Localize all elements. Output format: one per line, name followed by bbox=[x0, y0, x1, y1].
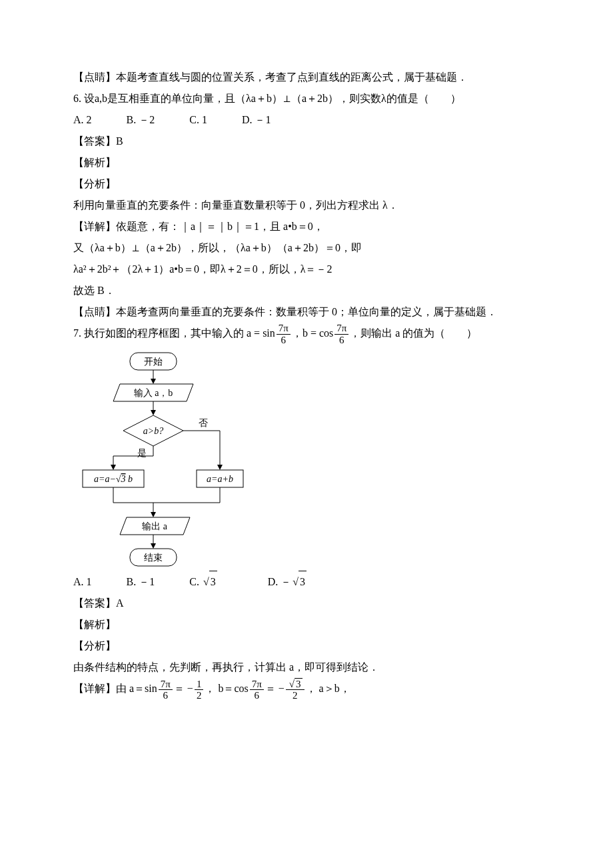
svg-text:开始: 开始 bbox=[144, 357, 163, 367]
q6-fenxi-label: 【分析】 bbox=[73, 173, 540, 195]
svg-marker-18 bbox=[111, 465, 116, 470]
q6-options: A. 2 B. －2 C. 1 D. －1 bbox=[73, 109, 540, 131]
svg-text:输出 a: 输出 a bbox=[142, 521, 168, 531]
q7-fenxi-body: 由条件结构的特点，先判断，再执行，计算出 a，即可得到结论． bbox=[73, 657, 540, 678]
svg-text:输入 a，b: 输入 a，b bbox=[134, 388, 173, 398]
fraction-1-2: 12 bbox=[195, 679, 204, 701]
flowchart-diagram: 开始 输入 a，b a>b? 否 是 a=a−√3 b bbox=[73, 349, 247, 569]
q6-fenxi-body: 利用向量垂直的充要条件：向量垂直数量积等于 0，列出方程求出 λ． bbox=[73, 195, 540, 216]
q6-detail-a: 【详解】依题意，有：｜a｜＝｜b｜＝1，且 a•b＝0， bbox=[73, 216, 540, 237]
sqrt-icon: 3 bbox=[288, 679, 303, 690]
svg-text:a>b?: a>b? bbox=[143, 426, 163, 436]
svg-text:结束: 结束 bbox=[144, 553, 163, 563]
fraction-7pi-6-b: 7π6 bbox=[334, 323, 348, 345]
q7-option-d: D. －3 bbox=[268, 571, 338, 593]
svg-text:a=a−√3 b: a=a−√3 b bbox=[94, 474, 133, 484]
q6-answer: 【答案】B bbox=[73, 131, 540, 152]
svg-marker-31 bbox=[151, 543, 156, 549]
q6-option-b: B. －2 bbox=[127, 109, 171, 131]
q6-detail-b: 又（λa＋b）⊥（a＋2b），所以，（λa＋b）（a＋2b）＝0，即 bbox=[73, 237, 540, 259]
q6-stem: 6. 设a,b是互相垂直的单位向量，且（λa＋b）⊥（a＋2b），则实数λ的值是… bbox=[73, 88, 540, 109]
q6-detail-d: 故选 B． bbox=[73, 280, 540, 301]
q7-option-c: C. 3 bbox=[189, 571, 249, 593]
fraction-7pi-6: 7π6 bbox=[277, 323, 291, 345]
q7-fenxi-label: 【分析】 bbox=[73, 635, 540, 657]
svg-marker-7 bbox=[151, 410, 156, 415]
svg-marker-3 bbox=[151, 379, 156, 384]
q6-option-c: C. 1 bbox=[189, 109, 223, 131]
q7-option-a: A. 1 bbox=[73, 571, 108, 593]
sqrt-icon: 3 bbox=[291, 571, 322, 593]
q7-stem: 7. 执行如图的程序框图，其中输入的 a = sin7π6，b = cos7π6… bbox=[73, 323, 540, 345]
fraction-sqrt3-2: 32 bbox=[286, 679, 305, 701]
svg-marker-27 bbox=[151, 512, 156, 517]
fraction-7pi-6-c: 7π6 bbox=[159, 679, 173, 701]
q6-detail-c: λa²＋2b²＋（2λ＋1）a•b＝0，即λ＋2＝0，所以，λ＝－2 bbox=[73, 259, 540, 280]
q5-comment: 【点睛】本题考查直线与圆的位置关系，考查了点到直线的距离公式，属于基础题． bbox=[73, 67, 540, 88]
q6-jiexi: 【解析】 bbox=[73, 152, 540, 173]
q6-comment: 【点睛】本题考查两向量垂直的充要条件：数量积等于 0；单位向量的定义，属于基础题… bbox=[73, 301, 540, 323]
q7-answer: 【答案】A bbox=[73, 593, 540, 614]
q7-option-b: B. －1 bbox=[127, 571, 171, 593]
sqrt-icon: 3 bbox=[202, 571, 233, 593]
q6-option-a: A. 2 bbox=[73, 109, 108, 131]
svg-marker-13 bbox=[217, 465, 223, 470]
q7-detail: 【详解】由 a＝sin7π6＝ −12， b＝cos7π6＝ −32， a＞b， bbox=[73, 678, 540, 701]
svg-text:是: 是 bbox=[137, 448, 147, 458]
q7-options: A. 1 B. －1 C. 3 D. －3 bbox=[73, 571, 540, 593]
fraction-7pi-6-d: 7π6 bbox=[250, 679, 264, 701]
document-page: 【点睛】本题考查直线与圆的位置关系，考查了点到直线的距离公式，属于基础题． 6.… bbox=[0, 0, 613, 868]
q6-option-d: D. －1 bbox=[242, 109, 287, 131]
svg-text:否: 否 bbox=[199, 418, 208, 428]
q7-jiexi: 【解析】 bbox=[73, 614, 540, 635]
svg-text:a=a+b: a=a+b bbox=[207, 474, 233, 484]
